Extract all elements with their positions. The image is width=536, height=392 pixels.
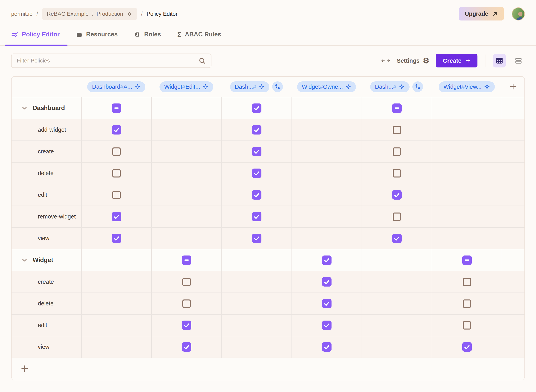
search-icon xyxy=(198,57,206,65)
settings-button[interactable]: Settings ⚙ xyxy=(397,57,429,65)
permission-cell xyxy=(432,184,502,205)
permission-checkbox-unchecked[interactable] xyxy=(182,299,191,308)
permission-cell xyxy=(292,249,362,271)
permission-checkbox-checked[interactable] xyxy=(112,233,121,243)
permission-cell xyxy=(81,228,151,249)
permission-checkbox-checked[interactable] xyxy=(322,277,332,287)
permission-checkbox-unchecked[interactable] xyxy=(182,278,191,286)
permission-checkbox-checked[interactable] xyxy=(252,212,261,221)
row-end-cell xyxy=(502,249,524,271)
tab-policy-editor[interactable]: Policy Editor xyxy=(11,30,60,45)
permission-cell xyxy=(221,315,292,336)
permission-checkbox-checked[interactable] xyxy=(182,321,191,330)
permission-checkbox-indeterminate[interactable] xyxy=(462,256,472,265)
add-role-column-cell xyxy=(502,77,524,97)
resource-name: Widget xyxy=(33,257,53,264)
permission-checkbox-unchecked[interactable] xyxy=(112,191,121,199)
permission-checkbox-unchecked[interactable] xyxy=(463,278,471,286)
role-pill[interactable]: Widget#View... xyxy=(439,81,495,92)
filter-toolbar: Settings ⚙ Create + xyxy=(0,54,536,68)
permission-checkbox-unchecked[interactable] xyxy=(393,147,401,156)
permission-cell xyxy=(362,163,432,184)
permission-checkbox-checked[interactable] xyxy=(252,190,261,200)
filter-policies-input[interactable] xyxy=(17,57,198,64)
permission-cell xyxy=(292,315,362,336)
collapse-chevron-down-icon[interactable] xyxy=(21,257,28,263)
permission-checkbox-indeterminate[interactable] xyxy=(112,103,121,113)
upgrade-button[interactable]: Upgrade xyxy=(459,7,504,20)
tab-label: Resources xyxy=(86,31,118,38)
tab-resources[interactable]: Resources xyxy=(76,30,118,45)
row-end-cell xyxy=(502,141,524,162)
collapse-chevron-down-icon[interactable] xyxy=(21,105,28,112)
breadcrumb-org[interactable]: permit.io xyxy=(11,11,33,17)
permission-checkbox-indeterminate[interactable] xyxy=(392,103,402,113)
action-row: edit xyxy=(12,314,524,336)
permission-checkbox-checked[interactable] xyxy=(322,342,332,352)
add-resource-button[interactable] xyxy=(20,364,29,374)
permission-checkbox-checked[interactable] xyxy=(182,342,191,352)
permission-checkbox-unchecked[interactable] xyxy=(393,213,401,221)
permission-checkbox-checked[interactable] xyxy=(112,125,121,135)
permission-checkbox-checked[interactable] xyxy=(392,190,402,200)
permission-checkbox-unchecked[interactable] xyxy=(463,299,471,308)
permission-cell xyxy=(292,97,362,119)
create-button[interactable]: Create + xyxy=(436,54,477,67)
permission-cell xyxy=(151,315,221,336)
permission-checkbox-checked[interactable] xyxy=(462,342,472,352)
permission-checkbox-checked[interactable] xyxy=(392,233,402,243)
top-bar: permit.io / ReBAC Example : Production /… xyxy=(0,0,536,20)
permission-checkbox-checked[interactable] xyxy=(252,125,261,135)
permission-checkbox-checked[interactable] xyxy=(252,103,261,113)
permission-checkbox-unchecked[interactable] xyxy=(393,169,401,177)
role-pill[interactable]: Dashboard#A... xyxy=(87,81,145,92)
permission-cell xyxy=(432,119,502,140)
permission-checkbox-checked[interactable] xyxy=(252,233,261,243)
permission-cell xyxy=(151,271,221,293)
permission-cell xyxy=(151,184,221,205)
upgrade-label: Upgrade xyxy=(465,10,488,17)
permission-checkbox-unchecked[interactable] xyxy=(463,321,471,330)
derived-role-badge[interactable] xyxy=(412,81,423,92)
role-pill[interactable]: Dash...# xyxy=(370,81,409,92)
add-resource-cell xyxy=(12,358,524,380)
add-role-button[interactable] xyxy=(509,83,517,91)
derived-role-badge[interactable] xyxy=(272,81,283,92)
tab-roles[interactable]: Roles xyxy=(134,30,162,45)
permission-cell xyxy=(362,293,432,314)
action-name: view xyxy=(38,235,49,242)
tab-abac-rules[interactable]: Σ ABAC Rules xyxy=(177,30,222,45)
permission-checkbox-checked[interactable] xyxy=(252,168,261,178)
permission-checkbox-unchecked[interactable] xyxy=(393,126,401,134)
create-label: Create xyxy=(443,57,461,64)
permission-checkbox-indeterminate[interactable] xyxy=(182,256,191,265)
permission-checkbox-checked[interactable] xyxy=(322,321,332,330)
permission-cell xyxy=(292,293,362,314)
expand-columns-icon[interactable] xyxy=(381,58,390,64)
row-end-cell xyxy=(502,163,524,184)
breadcrumb-colon: : xyxy=(92,11,93,17)
list-view-toggle[interactable] xyxy=(512,54,525,67)
breadcrumb: permit.io / ReBAC Example : Production /… xyxy=(11,8,178,20)
row-label-cell: create xyxy=(12,141,81,162)
permission-checkbox-unchecked[interactable] xyxy=(112,169,121,177)
role-pill[interactable]: Widget#Edit... xyxy=(160,81,213,92)
role-pill[interactable]: Widget#Owne... xyxy=(297,81,356,92)
project-environment-selector[interactable]: ReBAC Example : Production xyxy=(42,8,137,20)
action-row: delete xyxy=(12,293,524,314)
permission-checkbox-checked[interactable] xyxy=(252,147,261,156)
role-pill[interactable]: Dash...# xyxy=(230,81,269,92)
permission-checkbox-checked[interactable] xyxy=(322,299,332,308)
permission-cell xyxy=(432,228,502,249)
list-checks-icon xyxy=(11,31,18,38)
permission-checkbox-unchecked[interactable] xyxy=(112,147,121,156)
grid-view-toggle[interactable] xyxy=(493,54,506,67)
avatar[interactable] xyxy=(512,7,525,20)
row-label-cell: edit xyxy=(12,184,81,205)
permission-checkbox-checked[interactable] xyxy=(322,256,332,265)
action-name: edit xyxy=(38,322,47,328)
permission-cell xyxy=(221,271,292,293)
permission-checkbox-checked[interactable] xyxy=(112,212,121,221)
row-end-cell xyxy=(502,336,524,358)
permission-cell xyxy=(81,336,151,358)
